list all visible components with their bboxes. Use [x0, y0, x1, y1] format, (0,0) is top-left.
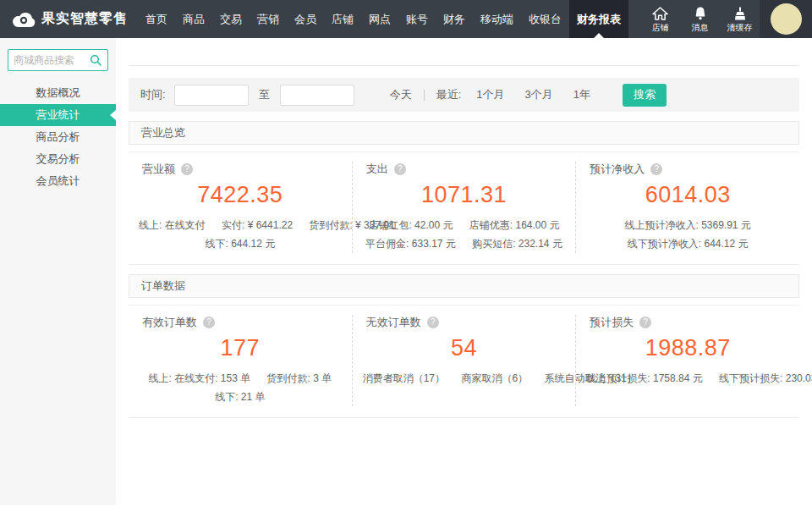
card-valid-orders-title: 有效订单数 — [142, 315, 197, 330]
detail-segment: 线下: 21 单 — [215, 388, 265, 406]
home-icon — [652, 7, 668, 20]
nav-item-outlets[interactable]: 网点 — [361, 0, 398, 38]
help-icon[interactable]: ? — [203, 317, 215, 328]
detail-segment: 店铺优惠: 164.00 元 — [469, 216, 560, 234]
business-overview-cards: 营业额 ? 7422.35 线上: 在线支付 实付: ¥ 6441.22 货到付… — [129, 151, 799, 265]
section-title-business-overview: 营业总览 — [129, 121, 799, 145]
time-label: 时间: — [140, 87, 166, 102]
card-net-income-title-row: 预计净收入 ? — [579, 162, 796, 177]
nav-item-products[interactable]: 商品 — [175, 0, 212, 38]
shop-action[interactable]: 店铺 — [640, 0, 680, 38]
detail-line: 线上: 在线支付 实付: ¥ 6441.22 货到付款: ¥ 337.01 — [132, 216, 348, 234]
detail-segment: 店铺红包: 42.00 元 — [368, 216, 453, 234]
nav-item-finance[interactable]: 财务 — [436, 0, 473, 38]
card-net-income-value: 6014.03 — [579, 182, 796, 208]
sidebar-item-data-overview[interactable]: 数据概况 — [0, 82, 116, 104]
card-revenue-details: 线上: 在线支付 实付: ¥ 6441.22 货到付款: ¥ 337.01 线下… — [132, 216, 348, 253]
order-data-cards: 有效订单数 ? 177 线上: 在线支付: 153 单 货到付款: 3 单 线下… — [129, 305, 799, 418]
search-button[interactable]: 搜索 — [623, 84, 667, 107]
nav-item-marketing[interactable]: 营销 — [250, 0, 287, 38]
filter-bar: 时间: 至 今天 最近: 1个月 3个月 1年 搜索 — [129, 78, 799, 112]
top-navbar: 果实智慧零售 首页 商品 交易 营销 会员 店铺 网点 账号 财务 移动端 收银… — [0, 0, 812, 38]
card-valid-orders: 有效订单数 ? 177 线上: 在线支付: 153 单 货到付款: 3 单 线下… — [129, 315, 352, 406]
nav-item-members[interactable]: 会员 — [287, 0, 324, 38]
to-label: 至 — [259, 87, 270, 102]
detail-line: 线下: 644.12 元 — [132, 234, 348, 253]
nav-right-actions: 店铺 消息 清缓存 — [640, 0, 812, 38]
card-net-income-details: 线上预计净收入: 5369.91 元 线下预计净收入: 644.12 元 — [579, 216, 796, 253]
card-expenses-title: 支出 — [366, 162, 388, 177]
help-icon[interactable]: ? — [427, 317, 439, 328]
detail-segment: 购买短信: 232.14 元 — [472, 234, 562, 253]
detail-line: 线上预计净收入: 5369.91 元 — [579, 216, 796, 234]
detail-segment: 消费者取消（17） — [363, 369, 445, 388]
content-header-strip — [129, 38, 799, 66]
messages-action[interactable]: 消息 — [680, 0, 720, 38]
brand-title: 果实智慧零售 — [41, 10, 128, 28]
card-net-income-title: 预计净收入 — [590, 162, 645, 177]
range-3-months[interactable]: 3个月 — [524, 87, 552, 102]
brand-logo[interactable]: 果实智慧零售 — [0, 0, 138, 38]
nav-item-trade[interactable]: 交易 — [212, 0, 250, 38]
clear-cache-action-label: 清缓存 — [727, 22, 753, 34]
nav-item-home[interactable]: 首页 — [138, 0, 175, 38]
sidebar-menu: 数据概况 营业统计 商品分析 交易分析 会员统计 — [0, 82, 116, 192]
date-to-input[interactable] — [280, 85, 354, 106]
sidebar-item-member-stats[interactable]: 会员统计 — [0, 170, 116, 192]
nav-item-financial-report[interactable]: 财务报表 — [569, 0, 628, 38]
card-invalid-orders-value: 54 — [356, 335, 573, 361]
range-today[interactable]: 今天 — [390, 87, 412, 102]
card-estimated-loss-title: 预计损失 — [590, 315, 634, 330]
card-estimated-loss-value: 1988.87 — [579, 335, 796, 361]
section-title-order-data: 订单数据 — [129, 274, 799, 298]
sidebar: 数据概况 营业统计 商品分析 交易分析 会员统计 — [0, 38, 116, 505]
bell-icon — [693, 7, 708, 20]
detail-line: 线上预计损失: 1758.84 元 线下预计损失: 230.03 元 — [579, 369, 796, 388]
cloud-logo-icon — [12, 11, 36, 28]
search-input[interactable] — [14, 54, 90, 66]
range-1-month[interactable]: 1个月 — [476, 87, 504, 102]
help-icon[interactable]: ? — [394, 163, 406, 175]
detail-segment: 线上预计损失: 1758.84 元 — [586, 369, 702, 388]
detail-line: 线下: 21 单 — [132, 388, 348, 406]
clear-cache-action[interactable]: 清缓存 — [720, 0, 760, 38]
detail-line: 线下预计净收入: 644.12 元 — [579, 234, 796, 253]
detail-segment: 线上预计净收入: 5369.91 元 — [624, 216, 750, 234]
detail-segment: 货到付款: 3 单 — [267, 369, 332, 388]
sidebar-item-product-analysis[interactable]: 商品分析 — [0, 126, 116, 148]
messages-action-label: 消息 — [692, 22, 709, 34]
quick-range-links: 今天 最近: 1个月 3个月 1年 — [390, 87, 611, 102]
recent-label: 最近: — [436, 87, 462, 102]
detail-line: 平台佣金: 633.17 元 购买短信: 232.14 元 — [356, 234, 573, 253]
detail-segment: 线下预计损失: 230.03 元 — [719, 369, 812, 388]
nav-item-accounts[interactable]: 账号 — [398, 0, 436, 38]
card-expenses: 支出 ? 1071.31 店铺红包: 42.00 元 店铺优惠: 164.00 … — [352, 162, 576, 253]
help-icon[interactable]: ? — [639, 317, 651, 328]
detail-line: 线上: 在线支付: 153 单 货到付款: 3 单 — [132, 369, 348, 388]
nav-item-shop[interactable]: 店铺 — [324, 0, 361, 38]
card-invalid-orders-details: 消费者取消（17） 商家取消（6） 系统自动取消（31） — [356, 369, 573, 388]
card-expenses-details: 店铺红包: 42.00 元 店铺优惠: 164.00 元 平台佣金: 633.1… — [356, 216, 573, 253]
primary-nav: 首页 商品 交易 营销 会员 店铺 网点 账号 财务 移动端 收银台 财务报表 — [138, 0, 628, 38]
nav-item-cashier[interactable]: 收银台 — [521, 0, 569, 38]
range-1-year[interactable]: 1年 — [573, 87, 590, 102]
search-icon[interactable] — [90, 54, 102, 66]
sidebar-item-trade-analysis[interactable]: 交易分析 — [0, 148, 116, 170]
divider — [424, 90, 425, 101]
detail-segment: 线下: 644.12 元 — [205, 234, 275, 253]
avatar-container — [760, 0, 812, 38]
detail-line: 店铺红包: 42.00 元 店铺优惠: 164.00 元 — [356, 216, 573, 234]
avatar[interactable] — [771, 3, 802, 35]
card-revenue-value: 7422.35 — [132, 182, 348, 208]
card-revenue-title-row: 营业额 ? — [132, 162, 348, 177]
card-estimated-loss-title-row: 预计损失 ? — [579, 315, 796, 330]
nav-item-mobile[interactable]: 移动端 — [473, 0, 521, 38]
card-revenue: 营业额 ? 7422.35 线上: 在线支付 实付: ¥ 6441.22 货到付… — [129, 162, 352, 253]
sidebar-item-business-stats[interactable]: 营业统计 — [0, 104, 116, 126]
help-icon[interactable]: ? — [650, 163, 662, 175]
help-icon[interactable]: ? — [181, 163, 193, 175]
card-expenses-title-row: 支出 ? — [356, 162, 573, 177]
broom-icon — [732, 7, 748, 20]
date-from-input[interactable] — [174, 85, 249, 106]
detail-segment: 线上: 在线支付: 153 单 — [148, 369, 250, 388]
